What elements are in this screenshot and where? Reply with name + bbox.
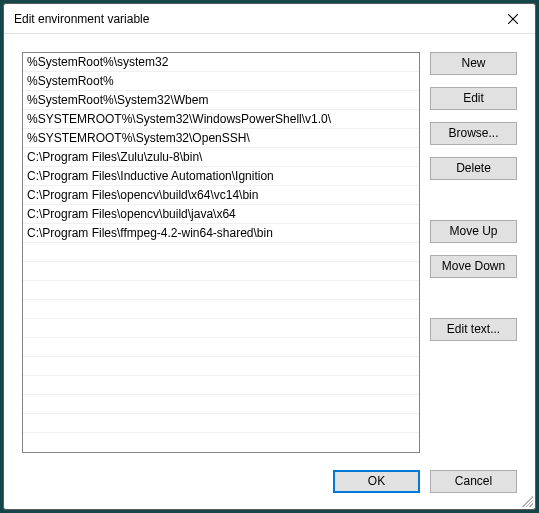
delete-button[interactable]: Delete	[430, 157, 517, 180]
list-item[interactable]: %SystemRoot%\System32\Wbem	[23, 91, 419, 110]
list-item[interactable]: C:\Program Files\opencv\build\java\x64	[23, 205, 419, 224]
edit-button[interactable]: Edit	[430, 87, 517, 110]
close-icon	[508, 14, 518, 24]
list-item[interactable]: C:\Program Files\Zulu\zulu-8\bin\	[23, 148, 419, 167]
list-item[interactable]: %SystemRoot%\system32	[23, 53, 419, 72]
list-item[interactable]: %SYSTEMROOT%\System32\OpenSSH\	[23, 129, 419, 148]
edit-text-button[interactable]: Edit text...	[430, 318, 517, 341]
list-item[interactable]: .	[23, 395, 419, 414]
browse-button[interactable]: Browse...	[430, 122, 517, 145]
list-item[interactable]: .	[23, 376, 419, 395]
list-item[interactable]: .	[23, 338, 419, 357]
new-button[interactable]: New	[430, 52, 517, 75]
list-item[interactable]: C:\Program Files\ffmpeg-4.2-win64-shared…	[23, 224, 419, 243]
list-item[interactable]: C:\Program Files\opencv\build\x64\vc14\b…	[23, 186, 419, 205]
path-list[interactable]: %SystemRoot%\system32%SystemRoot%%System…	[22, 52, 420, 453]
list-item[interactable]: .	[23, 319, 419, 338]
move-up-button[interactable]: Move Up	[430, 220, 517, 243]
list-item[interactable]: %SYSTEMROOT%\System32\WindowsPowerShell\…	[23, 110, 419, 129]
list-item[interactable]: .	[23, 357, 419, 376]
list-item[interactable]: .	[23, 414, 419, 433]
list-item[interactable]: .	[23, 243, 419, 262]
ok-button[interactable]: OK	[333, 470, 420, 493]
move-down-button[interactable]: Move Down	[430, 255, 517, 278]
close-button[interactable]	[490, 4, 535, 34]
dialog-window: Edit environment variable %SystemRoot%\s…	[3, 3, 536, 510]
cancel-button[interactable]: Cancel	[430, 470, 517, 493]
side-button-group: New Edit Browse... Delete Move Up Move D…	[430, 52, 517, 453]
dialog-footer: OK Cancel	[4, 453, 535, 509]
window-title: Edit environment variable	[14, 12, 490, 26]
list-item[interactable]: %SystemRoot%	[23, 72, 419, 91]
list-item[interactable]: .	[23, 281, 419, 300]
list-item[interactable]: .	[23, 262, 419, 281]
list-item[interactable]: .	[23, 300, 419, 319]
titlebar: Edit environment variable	[4, 4, 535, 34]
list-item[interactable]: C:\Program Files\Inductive Automation\Ig…	[23, 167, 419, 186]
resize-grip[interactable]	[519, 493, 533, 507]
